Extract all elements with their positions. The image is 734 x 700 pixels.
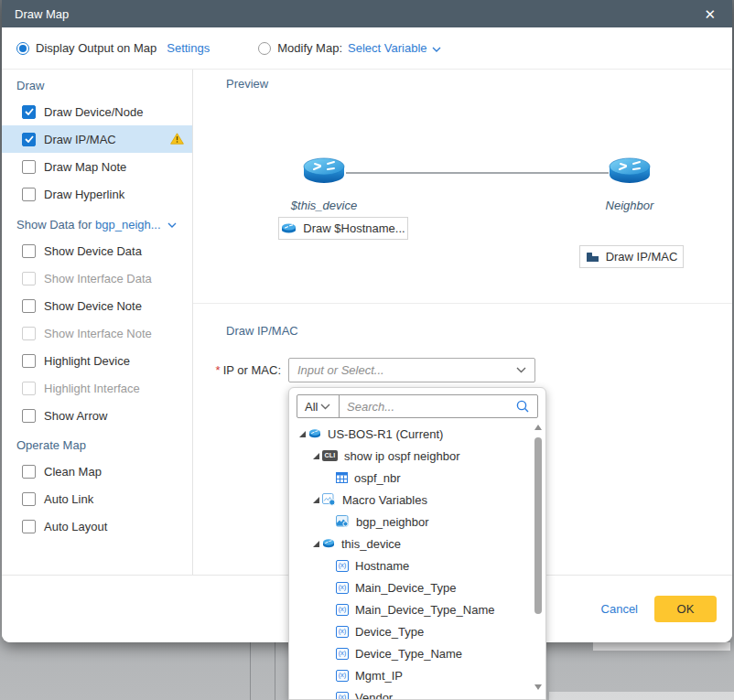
ip-or-mac-dropdown-panel: All US-BOS-R1 (Current)CLIshow ip ospf n…: [288, 387, 546, 700]
topology-link-line: [346, 172, 609, 174]
checkbox-label: Draw Hyperlink: [44, 188, 124, 201]
checkbox[interactable]: [22, 382, 36, 395]
filter-select[interactable]: All: [297, 395, 340, 417]
section-header-show-data[interactable]: Show Data for bgp_neigh...: [16, 217, 192, 232]
checkbox-row[interactable]: Highlight Interface: [2, 374, 192, 402]
tree-item[interactable]: (x)Hostname: [289, 555, 531, 576]
checkbox-row[interactable]: Draw Map Note: [2, 153, 192, 180]
var-icon: (x): [336, 692, 349, 700]
section-header-draw: Draw: [16, 79, 192, 92]
checkbox[interactable]: [22, 299, 36, 313]
checkbox[interactable]: [22, 520, 36, 533]
checkbox-row[interactable]: Auto Link: [2, 485, 192, 512]
expand-triangle-icon[interactable]: [309, 540, 322, 548]
checkbox[interactable]: [22, 272, 36, 285]
cancel-button[interactable]: Cancel: [601, 602, 638, 616]
dialog-titlebar: Draw Map ✕: [2, 0, 732, 27]
checkbox-label: Show Device Data: [44, 244, 142, 258]
select-variable-label: Select Variable: [348, 41, 426, 55]
close-icon[interactable]: ✕: [700, 5, 719, 23]
checkbox-row[interactable]: Show Device Data: [2, 237, 192, 264]
sidebar: Draw Draw Device/NodeDraw IP/MACDraw Map…: [2, 70, 193, 575]
scrollbar[interactable]: [534, 423, 543, 695]
tree-item[interactable]: (x)Device_Type_Name: [289, 642, 531, 664]
mode-selector-row: Display Output on Map Settings Modify Ma…: [2, 27, 732, 70]
tree-item[interactable]: (x)Vendor: [289, 686, 531, 699]
checkbox-row[interactable]: Draw Hyperlink: [2, 180, 192, 208]
tree-item[interactable]: (x)Mgmt_IP: [289, 664, 531, 686]
checkbox-label: Highlight Interface: [44, 382, 140, 395]
checkbox[interactable]: [22, 409, 36, 423]
settings-link[interactable]: Settings: [167, 41, 210, 55]
checkbox[interactable]: [22, 492, 36, 506]
checkbox[interactable]: [22, 188, 36, 201]
radio-modify-map-label: Modify Map:: [277, 41, 342, 55]
tree-item[interactable]: bgp_neighbor: [289, 511, 531, 533]
tree-item[interactable]: CLIshow ip ospf neighbor: [289, 445, 531, 467]
checkbox-label: Clean Map: [44, 465, 102, 479]
scroll-down-icon[interactable]: [534, 684, 542, 690]
var-icon: (x): [336, 582, 349, 594]
ip-or-mac-combobox[interactable]: [288, 358, 535, 382]
radio-modify-map[interactable]: [258, 42, 271, 55]
tree-item[interactable]: (x)Device_Type: [289, 620, 531, 642]
preview-header: Preview: [226, 77, 268, 91]
background-artifact: [593, 642, 730, 651]
tree-item[interactable]: this_device: [289, 533, 531, 555]
tree-item[interactable]: US-BOS-R1 (Current): [289, 423, 531, 445]
checkbox-row[interactable]: Draw Device/Node: [2, 98, 192, 125]
checkbox-row[interactable]: Show Device Note: [2, 292, 192, 319]
draw-hostname-button[interactable]: Draw $Hostname...: [278, 217, 408, 240]
router-icon: [608, 156, 652, 188]
search-icon[interactable]: [515, 399, 530, 414]
tree-item[interactable]: ospf_nbr: [289, 467, 531, 489]
checkbox[interactable]: [22, 354, 36, 368]
tree-item[interactable]: (x)Main_Device_Type: [289, 576, 531, 598]
expand-triangle-icon[interactable]: [296, 430, 308, 438]
checkbox-row[interactable]: Auto Layout: [2, 512, 192, 540]
tree-item-label: Vendor: [355, 691, 393, 700]
tree-item[interactable]: (x)Main_Device_Type_Name: [289, 598, 531, 620]
checkbox[interactable]: [22, 244, 36, 258]
draw-ipmac-button[interactable]: Draw IP/MAC: [579, 245, 684, 268]
macro-var-icon: [336, 515, 350, 528]
checkbox-row[interactable]: Show Interface Data: [2, 264, 192, 292]
draw-hostname-button-label: Draw $Hostname...: [303, 221, 405, 235]
show-data-prefix: Show Data for: [16, 218, 95, 232]
ok-button[interactable]: OK: [654, 596, 717, 622]
checkbox[interactable]: [22, 133, 36, 146]
expand-triangle-icon[interactable]: [309, 496, 322, 504]
tree-item[interactable]: Macro Variables: [289, 489, 531, 511]
chevron-down-icon: [320, 404, 330, 410]
search-input[interactable]: [340, 400, 508, 414]
warning-icon: [170, 133, 184, 145]
router-icon: [322, 538, 335, 549]
checkbox-row[interactable]: Draw IP/MAC: [2, 125, 192, 153]
checkbox[interactable]: [22, 160, 36, 174]
var-icon: (x): [336, 604, 349, 616]
tree-item-label: Device_Type: [355, 625, 424, 639]
var-icon: (x): [336, 626, 349, 638]
scroll-up-icon[interactable]: [534, 425, 542, 430]
filter-select-value: All: [305, 400, 320, 414]
background-artifact: [549, 692, 734, 700]
expand-triangle-icon[interactable]: [309, 452, 322, 460]
table-icon: [336, 472, 348, 483]
draw-ipmac-button-label: Draw IP/MAC: [606, 250, 678, 264]
checkbox-row[interactable]: Clean Map: [2, 458, 192, 485]
checkbox-row[interactable]: Highlight Device: [2, 347, 192, 374]
tree-item-label: Hostname: [355, 559, 409, 573]
scrollbar-thumb[interactable]: [534, 437, 542, 614]
checkbox-label: Draw IP/MAC: [44, 133, 116, 146]
select-variable-dropdown[interactable]: Select Variable: [348, 41, 440, 55]
search-box: [340, 395, 537, 417]
tree-item-label: bgp_neighbor: [356, 515, 429, 529]
checkbox[interactable]: [22, 327, 36, 340]
checkbox-row[interactable]: Show Arrow: [2, 402, 192, 429]
checkbox-row[interactable]: Show Interface Note: [2, 319, 192, 347]
checkbox[interactable]: [22, 105, 36, 119]
checkbox[interactable]: [22, 465, 36, 479]
tree-item-label: Macro Variables: [342, 493, 427, 507]
radio-display-output[interactable]: [16, 42, 29, 55]
ip-or-mac-input[interactable]: [289, 363, 516, 377]
